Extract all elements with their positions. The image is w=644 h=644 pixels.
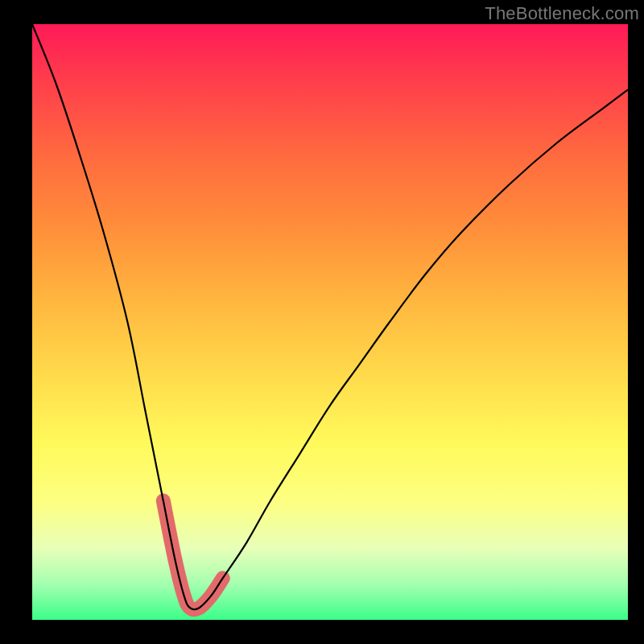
watermark-text: TheBottleneck.com <box>485 3 639 24</box>
bottleneck-curve <box>32 24 628 620</box>
chart-plot-area <box>32 24 628 620</box>
chart-frame: TheBottleneck.com <box>0 0 644 644</box>
